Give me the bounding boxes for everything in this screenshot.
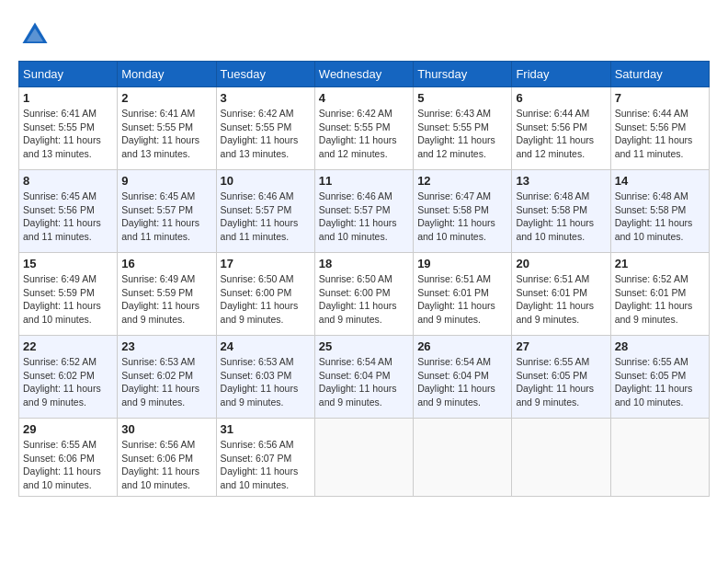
calendar-cell: 22Sunrise: 6:52 AMSunset: 6:02 PMDayligh… [19,336,118,419]
calendar-cell: 27Sunrise: 6:55 AMSunset: 6:05 PMDayligh… [512,336,610,419]
daylight-hours-text: Daylight: 11 hours [121,383,199,394]
sunrise-text: Sunrise: 6:53 AM [121,356,195,367]
day-info: Sunrise: 6:48 AMSunset: 5:58 PMDaylight:… [615,190,705,244]
day-info: Sunrise: 6:50 AMSunset: 6:00 PMDaylight:… [221,272,311,327]
day-info: Sunrise: 6:53 AMSunset: 6:03 PMDaylight:… [221,355,311,409]
sunset-text: Sunset: 5:58 PM [516,204,587,215]
daylight-hours-text: Daylight: 11 hours [615,217,693,228]
day-info: Sunrise: 6:47 AMSunset: 5:58 PMDaylight:… [417,190,507,244]
calendar-cell: 17Sunrise: 6:50 AMSunset: 6:00 PMDayligh… [216,253,314,336]
daylight-hours-text: Daylight: 11 hours [221,300,299,311]
sunset-text: Sunset: 6:05 PM [516,370,587,381]
sunrise-text: Sunrise: 6:46 AM [319,190,392,201]
calendar-cell: 11Sunrise: 6:46 AMSunset: 5:57 PMDayligh… [314,170,413,253]
day-info: Sunrise: 6:46 AMSunset: 5:57 PMDaylight:… [319,190,409,244]
sunset-text: Sunset: 5:59 PM [23,287,95,298]
weekday-header-thursday: Thursday [414,62,512,87]
daylight-hours-text: Daylight: 11 hours [23,300,101,311]
day-number: 2 [121,91,211,105]
calendar-cell: 21Sunrise: 6:52 AMSunset: 6:01 PMDayligh… [610,253,709,336]
day-number: 17 [221,257,311,270]
calendar-cell: 10Sunrise: 6:46 AMSunset: 5:57 PMDayligh… [216,170,314,253]
day-number: 16 [121,257,211,270]
daylight-hours-text: Daylight: 11 hours [121,217,199,228]
daylight-and-text: and 13 minutes. [221,148,290,159]
calendar-cell: 15Sunrise: 6:49 AMSunset: 5:59 PMDayligh… [19,253,118,336]
calendar-cell: 6Sunrise: 6:44 AMSunset: 5:56 PMDaylight… [512,87,610,170]
day-info: Sunrise: 6:52 AMSunset: 6:01 PMDaylight:… [615,272,705,327]
daylight-and-text: and 10 minutes. [221,479,290,490]
day-info: Sunrise: 6:41 AMSunset: 5:55 PMDaylight:… [23,107,113,161]
daylight-and-text: and 9 minutes. [516,314,579,325]
daylight-hours-text: Daylight: 11 hours [23,383,101,394]
sunset-text: Sunset: 5:57 PM [319,204,391,215]
daylight-and-text: and 9 minutes. [221,314,284,325]
calendar-cell: 19Sunrise: 6:51 AMSunset: 6:01 PMDayligh… [414,253,512,336]
daylight-and-text: and 9 minutes. [23,396,86,408]
daylight-and-text: and 12 minutes. [319,148,388,159]
sunrise-text: Sunrise: 6:48 AM [516,190,589,201]
daylight-hours-text: Daylight: 11 hours [23,465,101,477]
day-info: Sunrise: 6:54 AMSunset: 6:04 PMDaylight:… [417,355,507,409]
sunset-text: Sunset: 5:55 PM [23,121,95,132]
sunrise-text: Sunrise: 6:55 AM [615,356,688,367]
calendar-cell: 14Sunrise: 6:48 AMSunset: 5:58 PMDayligh… [610,170,709,253]
day-info: Sunrise: 6:45 AMSunset: 5:56 PMDaylight:… [23,190,113,244]
calendar-header-row: SundayMondayTuesdayWednesdayThursdayFrid… [19,62,710,87]
calendar-cell: 29Sunrise: 6:55 AMSunset: 6:06 PMDayligh… [19,419,118,497]
daylight-and-text: and 10 minutes. [516,231,585,242]
day-info: Sunrise: 6:55 AMSunset: 6:05 PMDaylight:… [615,355,705,409]
day-number: 14 [615,174,705,188]
day-number: 9 [121,174,211,188]
sunset-text: Sunset: 6:02 PM [121,370,193,381]
day-info: Sunrise: 6:53 AMSunset: 6:02 PMDaylight:… [121,355,211,409]
day-info: Sunrise: 6:44 AMSunset: 5:56 PMDaylight:… [615,107,705,161]
daylight-hours-text: Daylight: 11 hours [615,134,693,145]
day-number: 12 [417,174,507,188]
day-number: 6 [516,91,606,105]
daylight-hours-text: Daylight: 11 hours [121,465,199,477]
sunset-text: Sunset: 6:00 PM [221,287,292,298]
sunset-text: Sunset: 5:56 PM [615,121,687,132]
daylight-hours-text: Daylight: 11 hours [615,383,693,394]
calendar-cell: 28Sunrise: 6:55 AMSunset: 6:05 PMDayligh… [610,336,709,419]
daylight-and-text: and 13 minutes. [121,148,190,159]
sunset-text: Sunset: 6:02 PM [23,370,95,381]
calendar-cell: 31Sunrise: 6:56 AMSunset: 6:07 PMDayligh… [216,419,314,497]
daylight-and-text: and 13 minutes. [23,148,92,159]
day-number: 13 [516,174,606,188]
daylight-hours-text: Daylight: 11 hours [221,465,299,477]
daylight-and-text: and 11 minutes. [23,231,92,242]
sunset-text: Sunset: 5:58 PM [417,204,489,215]
daylight-and-text: and 9 minutes. [615,314,678,325]
sunrise-text: Sunrise: 6:54 AM [417,356,491,367]
sunrise-text: Sunrise: 6:45 AM [121,190,195,201]
sunrise-text: Sunrise: 6:41 AM [23,108,97,119]
sunset-text: Sunset: 5:55 PM [417,121,489,132]
day-number: 19 [417,257,507,270]
daylight-and-text: and 12 minutes. [417,148,486,159]
day-number: 7 [615,91,705,105]
sunset-text: Sunset: 5:59 PM [121,287,193,298]
day-info: Sunrise: 6:55 AMSunset: 6:06 PMDaylight:… [23,438,113,492]
sunset-text: Sunset: 6:05 PM [615,370,687,381]
day-number: 11 [319,174,409,188]
daylight-and-text: and 10 minutes. [23,314,92,325]
day-number: 31 [221,422,311,436]
daylight-hours-text: Daylight: 11 hours [417,300,495,311]
sunrise-text: Sunrise: 6:49 AM [121,273,195,284]
day-info: Sunrise: 6:42 AMSunset: 5:55 PMDaylight:… [221,107,311,161]
daylight-hours-text: Daylight: 11 hours [417,383,495,394]
calendar-cell [512,419,610,497]
sunset-text: Sunset: 5:55 PM [121,121,193,132]
daylight-hours-text: Daylight: 11 hours [221,134,299,145]
sunset-text: Sunset: 6:01 PM [417,287,489,298]
day-info: Sunrise: 6:43 AMSunset: 5:55 PMDaylight:… [417,107,507,161]
daylight-and-text: and 11 minutes. [221,231,290,242]
sunrise-text: Sunrise: 6:41 AM [121,108,195,119]
daylight-and-text: and 10 minutes. [121,479,190,490]
sunset-text: Sunset: 6:03 PM [221,370,292,381]
calendar-cell [610,419,709,497]
weekday-header-sunday: Sunday [19,62,118,87]
day-info: Sunrise: 6:51 AMSunset: 6:01 PMDaylight:… [516,272,606,327]
